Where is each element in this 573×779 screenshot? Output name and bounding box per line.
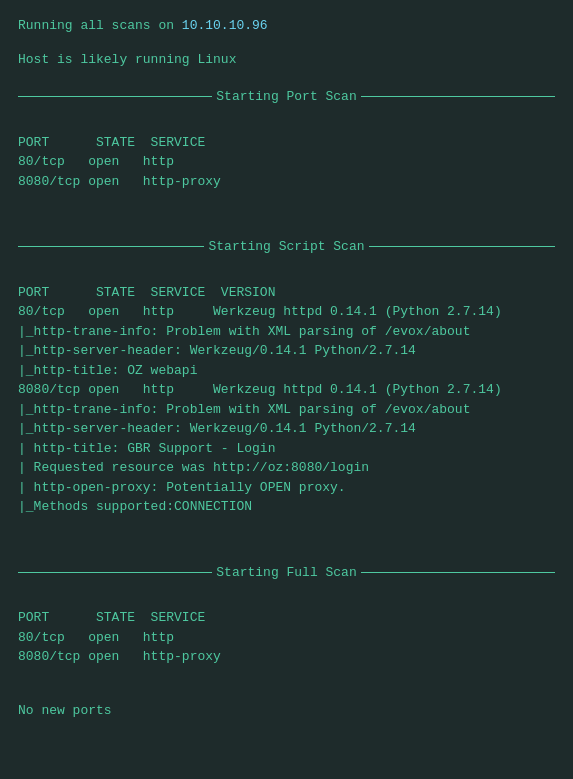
script-scan-row-9: | http-open-proxy: Potentially OPEN prox… [18,478,555,498]
port-scan-row-1: 8080/tcp open http-proxy [18,172,555,192]
no-new-ports: No new ports [18,701,555,721]
script-scan-row-3: |_http-title: OZ webapi [18,361,555,381]
script-scan-divider: Starting Script Scan [18,237,555,257]
header-line: Running all scans on 10.10.10.96 [18,16,555,36]
script-scan-label: Starting Script Scan [204,237,368,257]
full-scan-row-1: 8080/tcp open http-proxy [18,647,555,667]
port-scan-header: PORT STATE SERVICE [18,133,555,153]
script-scan-row-10: |_Methods supported:CONNECTION [18,497,555,517]
full-scan-header: PORT STATE SERVICE [18,608,555,628]
port-scan-label: Starting Port Scan [212,87,360,107]
full-scan-row-0: 80/tcp open http [18,628,555,648]
script-scan-row-8: | Requested resource was http://oz:8080/… [18,458,555,478]
port-scan-content: PORT STATE SERVICE 80/tcp open http 8080… [18,133,555,192]
divider-line-left [18,96,212,97]
script-scan-row-5: |_http-trane-info: Problem with XML pars… [18,400,555,420]
full-scan-rows: 80/tcp open http8080/tcp open http-proxy [18,628,555,667]
port-scan-row-0: 80/tcp open http [18,152,555,172]
divider-line-left2 [18,246,204,247]
port-scan-divider: Starting Port Scan [18,87,555,107]
script-scan-row-4: 8080/tcp open http Werkzeug httpd 0.14.1… [18,380,555,400]
divider-line-right3 [361,572,555,573]
terminal-output: Running all scans on 10.10.10.96 Host is… [18,16,555,720]
full-scan-divider: Starting Full Scan [18,563,555,583]
script-scan-header: PORT STATE SERVICE VERSION [18,283,555,303]
host-info: Host is likely running Linux [18,50,555,70]
script-scan-row-7: | http-title: GBR Support - Login [18,439,555,459]
divider-line-right [361,96,555,97]
script-scan-content: PORT STATE SERVICE VERSION 80/tcp open h… [18,283,555,517]
divider-line-left3 [18,572,212,573]
script-scan-row-0: 80/tcp open http Werkzeug httpd 0.14.1 (… [18,302,555,322]
running-text: Running all scans on [18,18,182,33]
full-scan-label: Starting Full Scan [212,563,360,583]
script-scan-row-6: |_http-server-header: Werkzeug/0.14.1 Py… [18,419,555,439]
script-scan-rows: 80/tcp open http Werkzeug httpd 0.14.1 (… [18,302,555,517]
script-scan-row-2: |_http-server-header: Werkzeug/0.14.1 Py… [18,341,555,361]
full-scan-content: PORT STATE SERVICE 80/tcp open http8080/… [18,608,555,667]
ip-address: 10.10.10.96 [182,18,268,33]
divider-line-right2 [369,246,555,247]
script-scan-row-1: |_http-trane-info: Problem with XML pars… [18,322,555,342]
